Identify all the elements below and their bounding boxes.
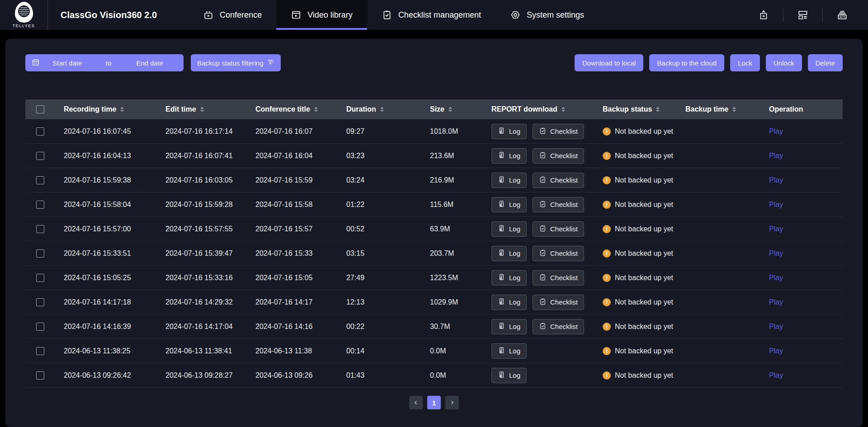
checklist-button[interactable]: Checklist	[533, 221, 584, 237]
checklist-button[interactable]: Checklist	[533, 124, 584, 139]
duration-cell: 01:43	[337, 371, 421, 380]
sort-icon[interactable]	[314, 107, 318, 113]
checklist-button-label: Checklist	[550, 127, 578, 135]
tab-conference[interactable]: Conference	[189, 0, 276, 30]
checklist-button[interactable]: Checklist	[533, 246, 584, 261]
layout-panels-icon[interactable]	[790, 9, 816, 21]
row-checkbox[interactable]	[36, 371, 44, 380]
checklist-icon	[539, 225, 547, 234]
backup-status-text: Not backed up yet	[615, 127, 673, 136]
backup-status-filter-button[interactable]: Backup status filtering	[191, 54, 281, 71]
log-button[interactable]: Log	[491, 270, 527, 286]
tab-checklist-management[interactable]: Checklist management	[367, 0, 495, 30]
play-link[interactable]: Play	[769, 201, 783, 209]
checklist-button[interactable]: Checklist	[533, 319, 584, 334]
row-checkbox[interactable]	[36, 347, 44, 355]
start-date-placeholder[interactable]: Start date	[40, 59, 95, 67]
sort-icon[interactable]	[732, 107, 736, 113]
report-download-cell: Log Checklist	[482, 148, 594, 164]
conference-camera-icon	[203, 9, 214, 20]
sort-icon[interactable]	[561, 107, 565, 113]
sort-icon[interactable]	[380, 107, 384, 113]
backup-status-text: Not backed up yet	[615, 249, 673, 258]
play-link[interactable]: Play	[769, 176, 783, 184]
log-button[interactable]: Log	[491, 295, 527, 310]
play-link[interactable]: Play	[769, 371, 783, 380]
row-checkbox[interactable]	[36, 249, 44, 258]
column-header-conference-title[interactable]: Conference title	[246, 105, 337, 113]
row-checkbox[interactable]	[36, 298, 44, 306]
recording-time-cell: 2024-07-16 16:07:45	[55, 127, 156, 136]
lock-button[interactable]: Lock	[730, 54, 760, 71]
edit-time-cell: 2024-07-16 15:57:55	[156, 225, 246, 233]
tab-system-settings[interactable]: System settings	[495, 0, 599, 30]
delete-button[interactable]: Delete	[808, 54, 843, 71]
checklist-button[interactable]: Checklist	[533, 270, 584, 286]
play-link[interactable]: Play	[769, 298, 783, 306]
date-range-picker[interactable]: Start date to End date	[25, 54, 184, 71]
checklist-button[interactable]: Checklist	[533, 295, 584, 310]
chevron-right-icon[interactable]	[445, 396, 459, 409]
row-checkbox[interactable]	[36, 323, 44, 331]
backup-status-cell: ! Not backed up yet	[594, 225, 676, 233]
column-header-backup-time[interactable]: Backup time	[676, 105, 760, 113]
duration-cell: 03:24	[337, 176, 421, 184]
play-link[interactable]: Play	[769, 225, 783, 233]
unlock-button[interactable]: Unlock	[766, 54, 802, 71]
end-date-placeholder[interactable]: End date	[122, 59, 177, 67]
cast-play-icon[interactable]	[750, 9, 777, 21]
play-link[interactable]: Play	[769, 152, 783, 160]
play-link[interactable]: Play	[769, 323, 783, 331]
column-header-size[interactable]: Size	[421, 105, 482, 113]
log-button[interactable]: Log	[491, 246, 527, 261]
sort-icon[interactable]	[200, 107, 204, 113]
page-number-button[interactable]: 1	[427, 396, 441, 409]
row-checkbox[interactable]	[36, 225, 44, 233]
log-button[interactable]: Log	[491, 124, 527, 139]
recording-time-cell: 2024-07-16 14:17:18	[55, 298, 156, 306]
warning-icon: !	[603, 323, 611, 331]
checklist-button[interactable]: Checklist	[533, 173, 584, 188]
play-link[interactable]: Play	[769, 127, 783, 136]
row-checkbox[interactable]	[36, 127, 44, 136]
column-header-backup-status[interactable]: Backup status	[594, 105, 676, 113]
app-title: ClassGo Vision360 2.0	[61, 10, 157, 20]
recording-time-cell: 2024-07-16 15:59:38	[55, 176, 156, 184]
column-header-recording-time[interactable]: Recording time	[55, 105, 156, 113]
checklist-button[interactable]: Checklist	[533, 197, 584, 212]
log-button[interactable]: Log	[491, 343, 527, 359]
backup-to-cloud-button[interactable]: Backup to the cloud	[649, 54, 724, 71]
tab-video-library[interactable]: Video library	[276, 0, 367, 30]
report-download-cell: Log Checklist	[482, 197, 594, 212]
log-button[interactable]: Log	[491, 368, 527, 383]
log-button[interactable]: Log	[491, 197, 527, 212]
log-icon	[498, 273, 505, 282]
checklist-button[interactable]: Checklist	[533, 148, 584, 164]
duration-cell: 12:13	[337, 298, 421, 306]
play-link[interactable]: Play	[769, 249, 783, 258]
select-all-checkbox[interactable]	[36, 105, 44, 113]
row-checkbox[interactable]	[36, 201, 44, 209]
column-header-edit-time[interactable]: Edit time	[156, 105, 246, 113]
sort-icon[interactable]	[448, 107, 452, 113]
play-link[interactable]: Play	[769, 347, 783, 355]
chevron-left-icon[interactable]	[409, 396, 423, 409]
row-checkbox[interactable]	[36, 152, 44, 160]
row-checkbox[interactable]	[36, 274, 44, 282]
recording-time-cell: 2024-06-13 11:38:25	[55, 347, 156, 355]
log-button[interactable]: Log	[491, 319, 527, 334]
download-to-local-button[interactable]: Download to local	[575, 54, 643, 71]
log-button[interactable]: Log	[491, 221, 527, 237]
sort-icon[interactable]	[120, 107, 124, 113]
sort-icon[interactable]	[656, 107, 660, 113]
backup-status-cell: ! Not backed up yet	[594, 274, 676, 282]
recorder-device-icon[interactable]	[829, 9, 855, 21]
log-button[interactable]: Log	[491, 148, 527, 164]
column-header-operation[interactable]: Operation	[760, 105, 843, 113]
log-icon	[498, 200, 505, 209]
log-button[interactable]: Log	[491, 173, 527, 188]
column-header-duration[interactable]: Duration	[337, 105, 421, 113]
row-checkbox[interactable]	[36, 176, 44, 184]
column-header-report-download[interactable]: REPORT download	[482, 105, 594, 113]
play-link[interactable]: Play	[769, 274, 783, 282]
